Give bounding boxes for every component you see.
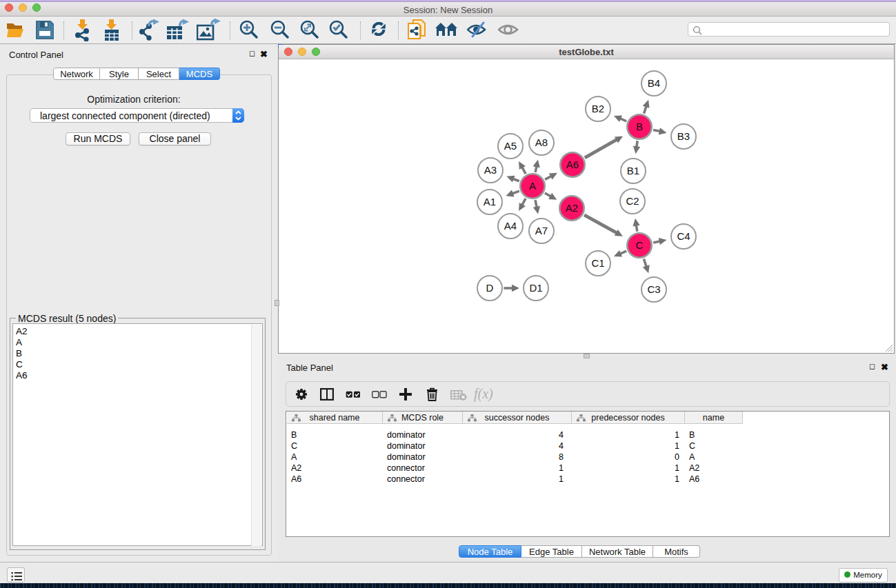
svg-text:A8: A8 bbox=[535, 136, 548, 148]
svg-text:A: A bbox=[529, 180, 536, 192]
svg-text:B4: B4 bbox=[648, 77, 660, 89]
svg-text:B: B bbox=[636, 121, 643, 132]
svg-text:C1: C1 bbox=[591, 257, 604, 269]
svg-text:A1: A1 bbox=[484, 196, 496, 207]
svg-text:A5: A5 bbox=[504, 140, 517, 152]
svg-text:C3: C3 bbox=[647, 283, 660, 295]
svg-text:A2: A2 bbox=[566, 202, 578, 214]
svg-text:A4: A4 bbox=[504, 220, 517, 232]
svg-text:A7: A7 bbox=[535, 225, 548, 236]
svg-text:D1: D1 bbox=[529, 282, 542, 294]
svg-text:D: D bbox=[486, 282, 494, 294]
svg-text:B3: B3 bbox=[677, 130, 690, 142]
svg-text:C2: C2 bbox=[626, 195, 639, 207]
svg-text:A3: A3 bbox=[484, 164, 497, 176]
svg-text:A6: A6 bbox=[566, 159, 579, 170]
svg-text:B1: B1 bbox=[627, 165, 639, 176]
svg-text:B2: B2 bbox=[592, 103, 604, 114]
svg-text:C4: C4 bbox=[677, 230, 690, 242]
svg-text:C: C bbox=[636, 239, 644, 251]
